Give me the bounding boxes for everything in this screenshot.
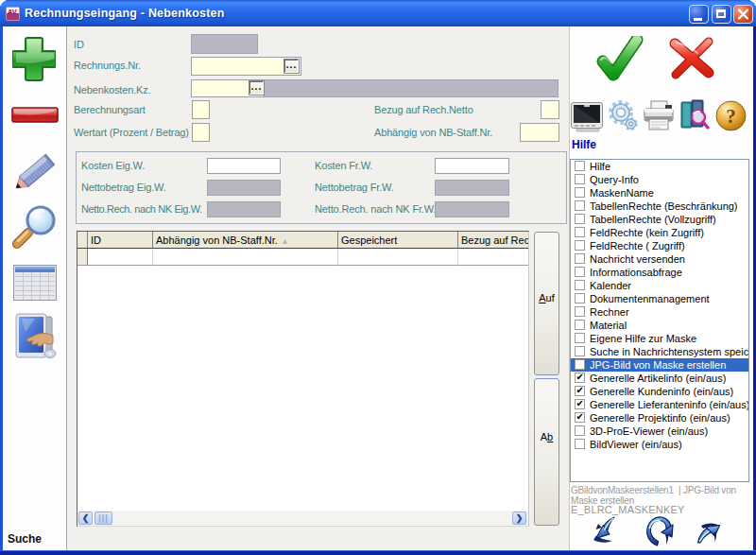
svg-text:AV: AV bbox=[8, 8, 17, 16]
svg-text:?: ? bbox=[726, 105, 736, 128]
